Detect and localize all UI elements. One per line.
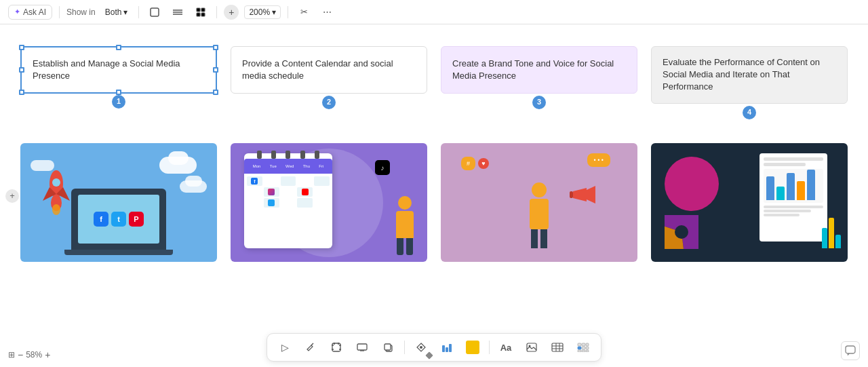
- leg-r: [406, 238, 413, 255]
- card-3-text: Create a Brand Tone and Voice for Social…: [452, 58, 626, 82]
- handle-ml[interactable]: [19, 67, 24, 73]
- svg-rect-46: [586, 343, 589, 346]
- add-element-button[interactable]: +: [224, 5, 239, 20]
- cloud-4: [185, 176, 202, 187]
- image-card-1[interactable]: f t P: [20, 143, 217, 262]
- shapes-button[interactable]: [463, 338, 482, 357]
- svg-rect-44: [578, 343, 581, 346]
- cal-cell-tw: [264, 198, 279, 208]
- bar-1: [766, 176, 774, 200]
- svg-rect-37: [527, 343, 536, 351]
- chevron-down-icon-2: ▾: [272, 7, 276, 17]
- card-wrapper-1: Establish and Manage a Social Media Pres…: [17, 46, 220, 104]
- card-1[interactable]: Establish and Manage a Social Media Pres…: [20, 46, 217, 94]
- fb-cell: f: [251, 178, 258, 185]
- ask-ai-label: Ask AI: [23, 7, 46, 17]
- cal-ring-4: [300, 151, 305, 159]
- image-card-2[interactable]: Mon Tue Wed Thu Fri f: [231, 143, 427, 262]
- svg-rect-6: [197, 13, 200, 16]
- handle-tr[interactable]: [213, 45, 218, 50]
- chat-button[interactable]: [841, 341, 860, 360]
- bar-5: [807, 170, 815, 200]
- person-head: [398, 196, 412, 210]
- list-tool-button[interactable]: [169, 3, 186, 21]
- card-3[interactable]: Create a Brand Tone and Voice for Social…: [441, 46, 637, 94]
- chevron-down-icon: ▾: [123, 7, 127, 17]
- show-in-select[interactable]: Both ▾: [101, 6, 132, 18]
- svg-line-20: [311, 343, 313, 345]
- image-card-3[interactable]: # • • • ♥: [441, 143, 637, 262]
- cal-cell-ig: [264, 187, 279, 197]
- handle-tm[interactable]: [116, 45, 121, 50]
- text-button[interactable]: Aa: [496, 338, 515, 357]
- zoom-control[interactable]: 200% ▾: [244, 5, 281, 19]
- cal-ring-3: [285, 151, 290, 159]
- left-add-button[interactable]: +: [5, 189, 19, 203]
- doc-line-2: [764, 163, 806, 166]
- svg-rect-36: [449, 344, 452, 352]
- cal-mon: Mon: [253, 164, 261, 168]
- toolbar-separator-1: [404, 341, 405, 354]
- zoom-fit-icon[interactable]: ⊞: [8, 350, 15, 360]
- cal-ring-2: [271, 151, 276, 159]
- more-options-button[interactable]: ⋯: [318, 3, 336, 21]
- person-illustration: [396, 196, 414, 255]
- person2-legs: [531, 229, 547, 248]
- scissors-tool-button[interactable]: ✂: [295, 3, 313, 21]
- bar-chart: [764, 169, 823, 203]
- pen-tool-button[interactable]: [301, 338, 320, 357]
- handle-bm[interactable]: [116, 90, 121, 95]
- image-button[interactable]: [522, 338, 541, 357]
- megaphone-person: [530, 182, 549, 248]
- card-1-text: Establish and Manage a Social Media Pres…: [33, 58, 205, 82]
- image-card-4[interactable]: [651, 143, 848, 262]
- copy-tool-button[interactable]: [378, 338, 397, 357]
- person-legs: [397, 238, 413, 255]
- handle-br[interactable]: [213, 90, 218, 95]
- svg-rect-34: [442, 345, 445, 352]
- svg-rect-48: [582, 347, 585, 349]
- sm-bar-2: [829, 218, 834, 248]
- sm-bar-1: [822, 228, 827, 248]
- grid-button[interactable]: [574, 338, 593, 357]
- cal-cell-15: [314, 198, 330, 208]
- cal-cell-14: [297, 198, 313, 208]
- frame-tool-button[interactable]: [327, 338, 346, 357]
- leg-l: [397, 238, 403, 255]
- handle-mr[interactable]: [213, 67, 218, 73]
- laptop-container: f t P: [64, 189, 173, 255]
- card-2[interactable]: Provide a Content Calendar and social me…: [231, 46, 427, 94]
- cal-cell-fb: f: [247, 176, 262, 186]
- bar-chart-button[interactable]: [437, 338, 456, 357]
- cal-cell-6: [247, 187, 262, 197]
- svg-rect-28: [357, 344, 367, 350]
- zoom-level: 200%: [249, 7, 270, 17]
- card-wrapper-2: Provide a Content Calendar and social me…: [227, 46, 431, 104]
- pen-nib-button[interactable]: [412, 338, 431, 357]
- cloud-2: [168, 151, 189, 165]
- svg-point-11: [52, 178, 60, 187]
- svg-rect-53: [846, 346, 855, 353]
- zoom-plus-button[interactable]: +: [45, 349, 50, 360]
- cal-cell-2: [264, 176, 279, 186]
- grid-tool-button[interactable]: [192, 3, 210, 21]
- card-1-badge: 1: [112, 95, 125, 109]
- card-wrapper-4: Evaluate the Performance of Content on S…: [648, 46, 851, 104]
- bar-4: [797, 181, 805, 200]
- sm-bar-3: [835, 235, 841, 248]
- handle-tl[interactable]: [19, 45, 24, 50]
- show-in-label: Show in: [66, 7, 96, 17]
- shape-tool-button[interactable]: [146, 3, 163, 21]
- doc-line-1: [764, 157, 823, 161]
- ask-ai-button[interactable]: ✦ Ask AI: [8, 5, 52, 20]
- table-button[interactable]: [548, 338, 567, 357]
- cal-tue: Tue: [270, 164, 277, 168]
- toolbar-separator-2: [489, 341, 490, 354]
- zoom-minus-button[interactable]: −: [18, 349, 23, 360]
- handle-bl[interactable]: [19, 90, 24, 95]
- person2-head: [532, 182, 547, 197]
- card-4[interactable]: Evaluate the Performance of Content on S…: [651, 46, 848, 104]
- screen-tool-button[interactable]: [353, 338, 372, 357]
- play-tool-button[interactable]: ▷: [275, 338, 294, 357]
- cal-ring-1: [257, 151, 262, 159]
